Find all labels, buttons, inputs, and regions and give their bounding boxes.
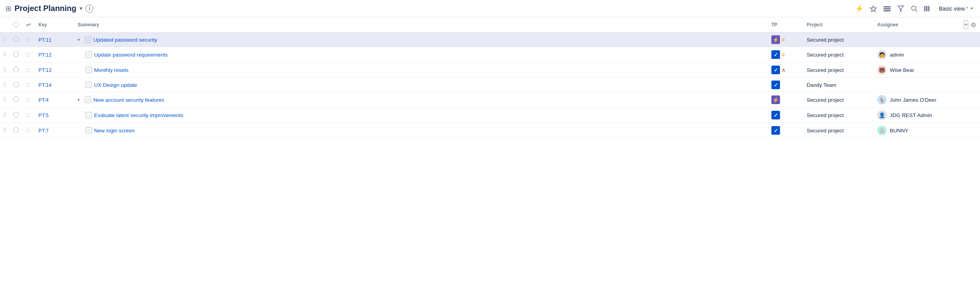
row-assignee [873, 78, 960, 92]
svg-rect-2 [884, 8, 891, 9]
row-key: PT:4 [35, 92, 74, 108]
svg-point-5 [912, 6, 916, 10]
drag-handle[interactable]: ⠿ [0, 108, 9, 123]
drag-handle[interactable]: ⠿ [0, 33, 9, 47]
info-icon[interactable]: i [85, 5, 93, 13]
key-link[interactable]: PT:5 [38, 112, 49, 118]
row-watch[interactable]: □ [22, 78, 35, 92]
svg-rect-8 [926, 6, 927, 11]
summary-link[interactable]: Update password requirements [94, 52, 168, 58]
tp-lightning-badge: ⚡ [771, 95, 780, 104]
row-circle[interactable] [9, 108, 22, 123]
priority-medium-icon: ≡ [782, 37, 785, 43]
row-tp: ✓ [767, 108, 803, 123]
avatar: 🐻 [877, 65, 887, 75]
columns-icon[interactable] [924, 5, 933, 12]
title-chevron-icon[interactable]: ▾ [80, 5, 82, 11]
project-name: Secured project [807, 67, 844, 73]
priority-high-icon: ∧ [782, 67, 785, 73]
row-watch[interactable]: □ [22, 33, 35, 47]
story-icon: □ [85, 67, 92, 73]
row-circle[interactable] [9, 33, 22, 47]
lightning-icon[interactable]: ⚡ [855, 4, 864, 13]
project-name: Secured project [807, 112, 844, 118]
summary-link[interactable]: New login screen [94, 128, 135, 134]
row-watch[interactable]: □ [22, 62, 35, 78]
row-circle[interactable] [9, 92, 22, 108]
row-actions [960, 47, 980, 62]
key-link[interactable]: PT:11 [38, 37, 51, 43]
row-circle[interactable] [9, 123, 22, 138]
table-header-row: ⇌ Key Summary TP Project Assignee + ⚙ [0, 17, 980, 33]
table-row: ⠿□PT:14 □ UX Design update ✓Dandy Team [0, 78, 980, 92]
key-link[interactable]: PT:7 [38, 128, 49, 134]
tp-check-badge: ✓ [771, 126, 780, 135]
header: ⊞ Project Planning ▾ i ⚡ Basic vie [0, 0, 980, 17]
drag-handle[interactable]: ⠿ [0, 123, 9, 138]
summary-link[interactable]: Evaluate latest security improvements [94, 112, 183, 118]
th-actions: + ⚙ [960, 17, 980, 33]
view-selector[interactable]: Basic view* ▾ [939, 5, 973, 12]
row-circle[interactable] [9, 62, 22, 78]
row-key: PT:12 [35, 47, 74, 62]
summary-link[interactable]: Updated password security [93, 37, 157, 43]
row-summary: □ Evaluate latest security improvements [74, 108, 767, 123]
layers-icon[interactable] [883, 5, 891, 12]
drag-handle[interactable]: ⠿ [0, 92, 9, 108]
row-summary: □ Monthly resets [74, 62, 767, 78]
summary-link[interactable]: New account security features [93, 97, 164, 103]
row-key: PT:7 [35, 123, 74, 138]
story-icon: □ [85, 37, 91, 43]
assignee-name: BUNNY [890, 128, 908, 134]
assignee-name: Wise Bear [890, 67, 914, 73]
drag-handle[interactable]: ⠿ [0, 47, 9, 62]
project-name: Dandy Team [807, 82, 836, 88]
view-chevron-icon: ▾ [971, 6, 973, 11]
row-actions [960, 62, 980, 78]
row-summary: □ UX Design update [74, 78, 767, 92]
table-row: ⠿□PT:7 □ New login screen ✓Secured proje… [0, 123, 980, 138]
search-icon[interactable] [911, 5, 918, 12]
row-key: PT:13 [35, 62, 74, 78]
row-watch[interactable]: □ [22, 47, 35, 62]
row-summary: ▾ □ Updated password security [74, 33, 767, 47]
row-watch[interactable]: □ [22, 108, 35, 123]
table-row: ⠿□PT:13 □ Monthly resets ✓∧Secured proje… [0, 62, 980, 78]
add-column-button[interactable]: + [964, 20, 968, 29]
expand-arrow-icon[interactable]: ▾ [78, 37, 82, 42]
tp-check-badge: ✓ [771, 111, 780, 119]
key-link[interactable]: PT:13 [38, 67, 51, 73]
row-tp: ⚡≡ [767, 33, 803, 47]
project-name: Secured project [807, 52, 844, 58]
avatar: 🐰 [877, 126, 887, 135]
th-circle [9, 17, 22, 33]
row-circle[interactable] [9, 47, 22, 62]
project-name: Secured project [807, 37, 844, 43]
row-actions [960, 78, 980, 92]
row-project: Secured project [803, 92, 873, 108]
th-tp: TP [767, 17, 803, 33]
table-row: ⠿□PT:11 ▾ □ Updated password security ⚡≡… [0, 33, 980, 47]
summary-link[interactable]: UX Design update [94, 82, 137, 88]
key-link[interactable]: PT:12 [38, 52, 51, 58]
filter-icon[interactable] [897, 5, 904, 12]
key-link[interactable]: PT:4 [38, 97, 49, 103]
drag-handle[interactable]: ⠿ [0, 78, 9, 92]
svg-marker-4 [898, 6, 904, 11]
row-key: PT:5 [35, 108, 74, 123]
row-assignee: 🦌 John James O'Deer [873, 92, 960, 108]
row-summary: □ New login screen [74, 123, 767, 138]
avatar: 🧑 [877, 50, 887, 59]
expand-arrow-icon[interactable]: ▾ [78, 97, 82, 103]
row-circle[interactable] [9, 78, 22, 92]
table-row: ⠿□PT:12 □ Update password requirements ✓… [0, 47, 980, 62]
story-icon: □ [85, 82, 92, 88]
key-link[interactable]: PT:14 [38, 82, 51, 88]
settings-button[interactable]: ⚙ [971, 21, 976, 29]
summary-link[interactable]: Monthly resets [94, 67, 129, 73]
row-watch[interactable]: □ [22, 123, 35, 138]
bookmark-icon[interactable] [870, 5, 877, 12]
svg-rect-3 [884, 10, 891, 11]
row-watch[interactable]: □ [22, 92, 35, 108]
drag-handle[interactable]: ⠿ [0, 62, 9, 78]
